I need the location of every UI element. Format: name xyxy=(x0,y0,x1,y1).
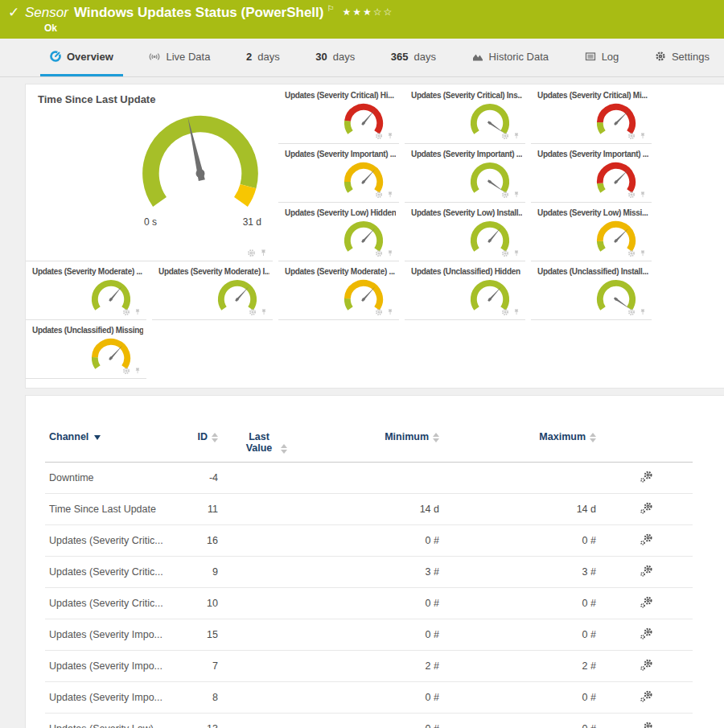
edit-channel-gear-icon[interactable] xyxy=(640,471,653,483)
sort-icon xyxy=(212,433,218,442)
channel-name: Downtime xyxy=(45,463,174,494)
small-gauge-cell[interactable]: Updates (Severity Important) ... xyxy=(531,144,652,203)
tab-settings[interactable]: Settings xyxy=(645,39,719,76)
column-header-id[interactable]: ID xyxy=(174,426,222,463)
edit-channel-gear-icon[interactable] xyxy=(640,659,653,671)
tab-365-days[interactable]: 365 days xyxy=(381,39,446,76)
small-gauge-cell[interactable]: Updates (Severity Critical) Mi... xyxy=(531,85,652,144)
channel-maximum: 0 # xyxy=(443,714,600,728)
tab-30-days[interactable]: 30 days xyxy=(306,39,364,76)
channel-settings-gear-icon[interactable] xyxy=(501,249,509,257)
flag-icon: ⚐ xyxy=(327,4,334,13)
column-header-minimum[interactable]: Minimum xyxy=(306,426,443,463)
small-gauge-title: Updates (Severity Low) Hidden xyxy=(285,208,396,217)
channel-settings-gear-icon[interactable] xyxy=(627,191,636,199)
small-gauge-cell[interactable]: Updates (Severity Important) ... xyxy=(278,144,399,203)
small-gauge-title: Updates (Unclassified) Install... xyxy=(537,267,648,276)
channel-settings-gear-icon[interactable] xyxy=(501,308,509,316)
pin-icon[interactable] xyxy=(512,191,520,199)
pin-icon[interactable] xyxy=(512,308,520,316)
tab-live-data[interactable]: Live Data xyxy=(139,39,220,76)
small-gauge-title: Updates (Severity Low) Missi... xyxy=(537,208,648,217)
tab-2-days[interactable]: 2 days xyxy=(237,39,290,76)
channels-panel: Channel ID Last Value Minimum Maximum Do… xyxy=(25,395,724,728)
pin-icon[interactable] xyxy=(512,132,520,140)
small-gauge-cell[interactable]: Updates (Severity Low) Hidden xyxy=(278,203,399,261)
tab-log[interactable]: Log xyxy=(575,39,629,76)
column-header-last-value[interactable]: Last Value xyxy=(222,426,306,463)
pin-icon[interactable] xyxy=(386,191,394,199)
tab-historic-data[interactable]: Historic Data xyxy=(463,39,558,76)
pin-icon[interactable] xyxy=(386,249,394,257)
pin-icon[interactable] xyxy=(639,249,647,257)
channel-last-value xyxy=(222,557,306,588)
small-gauge-title: Updates (Severity Moderate) ... xyxy=(285,267,396,276)
pin-icon[interactable] xyxy=(134,308,142,316)
small-gauge-title: Updates (Severity Critical) Hi... xyxy=(285,91,396,100)
channel-settings-gear-icon[interactable] xyxy=(122,308,130,316)
pin-icon[interactable] xyxy=(639,191,647,199)
small-gauge-cell[interactable]: Updates (Severity Critical) Ins... xyxy=(405,85,525,144)
channel-settings-gear-icon[interactable] xyxy=(375,308,383,316)
channel-last-value xyxy=(222,588,306,619)
pin-icon[interactable] xyxy=(639,308,647,316)
channel-minimum: 0 # xyxy=(306,714,443,728)
channel-settings-gear-icon[interactable] xyxy=(627,132,636,140)
tab-overview[interactable]: Overview xyxy=(40,39,123,76)
pin-icon[interactable] xyxy=(260,308,268,316)
channel-settings-gear-icon[interactable] xyxy=(375,191,383,199)
small-gauge-cell[interactable]: Updates (Severity Moderate) I... xyxy=(152,261,273,320)
pin-icon[interactable] xyxy=(386,132,394,140)
channel-maximum: 2 # xyxy=(443,651,600,682)
channel-id: 9 xyxy=(174,557,222,588)
channel-settings-gear-icon[interactable] xyxy=(501,132,509,140)
pin-icon[interactable] xyxy=(639,132,647,140)
channel-settings-gear-icon[interactable] xyxy=(627,308,636,316)
small-gauge-cell[interactable]: Updates (Severity Low) Install... xyxy=(405,203,525,261)
channel-settings-gear-icon[interactable] xyxy=(249,308,257,316)
edit-channel-gear-icon[interactable] xyxy=(640,502,653,514)
channel-maximum: 3 # xyxy=(443,557,600,588)
edit-channel-gear-icon[interactable] xyxy=(640,565,653,577)
tab-bar: Overview Live Data 2 days 30 days 365 da… xyxy=(0,39,724,77)
small-gauge-cell[interactable]: Updates (Severity Important) ... xyxy=(405,144,525,203)
pin-icon[interactable] xyxy=(386,308,394,316)
small-gauge-cell[interactable]: Updates (Severity Moderate) ... xyxy=(26,261,146,320)
channels-table: Channel ID Last Value Minimum Maximum Do… xyxy=(45,426,693,728)
channel-settings-gear-icon[interactable] xyxy=(122,367,130,375)
small-gauge-cell[interactable]: Updates (Unclassified) Missing xyxy=(26,320,146,379)
channel-minimum: 2 # xyxy=(306,651,443,682)
priority-stars[interactable]: ★★★☆☆ xyxy=(342,6,393,18)
edit-channel-gear-icon[interactable] xyxy=(640,627,653,640)
primary-gauge-cell[interactable]: Time Since Last Update 0 s 31 d xyxy=(26,85,273,261)
channel-settings-gear-icon[interactable] xyxy=(375,249,383,257)
small-gauge-cell[interactable]: Updates (Unclassified) Install... xyxy=(531,261,652,320)
channel-last-value xyxy=(222,619,306,651)
channel-settings-gear-icon[interactable] xyxy=(375,132,383,140)
pin-icon[interactable] xyxy=(512,249,520,257)
small-gauge-cell[interactable]: Updates (Severity Low) Missi... xyxy=(531,203,652,261)
edit-channel-gear-icon[interactable] xyxy=(640,722,653,728)
channel-settings-gear-icon[interactable] xyxy=(247,249,256,257)
edit-channel-gear-icon[interactable] xyxy=(640,596,653,608)
edit-channel-gear-icon[interactable] xyxy=(640,690,653,702)
sensor-title: Windows Updates Status (PowerShell) xyxy=(74,5,324,20)
pin-icon[interactable] xyxy=(259,249,268,257)
channel-id: 13 xyxy=(174,714,222,728)
channel-last-value xyxy=(222,714,306,728)
small-gauge-title: Updates (Severity Moderate) I... xyxy=(158,267,269,276)
channel-last-value xyxy=(222,525,306,557)
channel-settings-gear-icon[interactable] xyxy=(501,191,509,199)
small-gauge-cell[interactable]: Updates (Unclassified) Hidden xyxy=(405,261,525,320)
small-gauge-cell[interactable]: Updates (Severity Critical) Hi... xyxy=(278,85,399,144)
small-gauge-title: Updates (Severity Critical) Mi... xyxy=(537,91,648,100)
column-header-maximum[interactable]: Maximum xyxy=(443,426,600,463)
small-gauge-cell[interactable]: Updates (Severity Moderate) ... xyxy=(278,261,399,320)
pin-icon[interactable] xyxy=(134,367,142,375)
edit-channel-gear-icon[interactable] xyxy=(640,533,653,545)
channel-maximum: 0 # xyxy=(443,682,600,714)
column-header-channel[interactable]: Channel xyxy=(45,426,174,463)
channel-name: Time Since Last Update xyxy=(45,494,174,525)
gauges-panel: Time Since Last Update 0 s 31 d xyxy=(25,84,724,389)
channel-settings-gear-icon[interactable] xyxy=(627,249,636,257)
